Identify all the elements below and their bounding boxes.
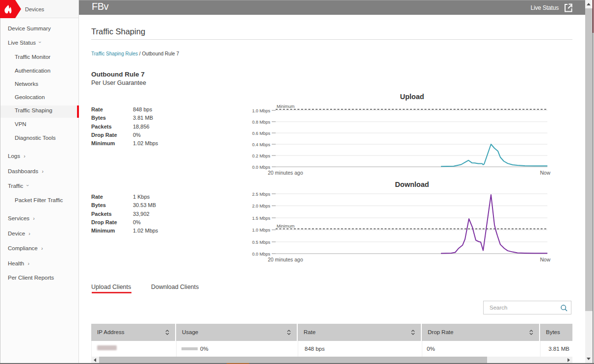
svg-text:Minimum: Minimum	[277, 104, 295, 109]
svg-text:0.5 Mbps: 0.5 Mbps	[252, 240, 271, 245]
svg-text:1.0 Mbps: 1.0 Mbps	[252, 108, 271, 113]
svg-text:0.8 Mbps: 0.8 Mbps	[252, 120, 271, 125]
svg-text:Upload: Upload	[400, 93, 424, 101]
svg-text:Now: Now	[540, 170, 550, 176]
svg-text:20 minutes ago: 20 minutes ago	[268, 170, 303, 176]
svg-text:2.5 Mbps: 2.5 Mbps	[252, 192, 271, 197]
svg-text:0.2 Mbps: 0.2 Mbps	[252, 154, 271, 158]
svg-text:0.4 Mbps: 0.4 Mbps	[252, 142, 271, 147]
svg-text:0.0 Mbps: 0.0 Mbps	[252, 252, 271, 257]
svg-text:Download: Download	[395, 181, 429, 188]
svg-text:1.0 Mbps: 1.0 Mbps	[252, 228, 271, 233]
svg-text:20 minutes ago: 20 minutes ago	[268, 257, 303, 262]
svg-text:0.0 Mbps: 0.0 Mbps	[252, 165, 271, 170]
svg-text:1.5 Mbps: 1.5 Mbps	[252, 216, 271, 221]
svg-text:Now: Now	[540, 257, 550, 262]
svg-text:2.0 Mbps: 2.0 Mbps	[252, 204, 271, 208]
svg-text:0.6 Mbps: 0.6 Mbps	[252, 131, 271, 136]
svg-text:Minimum: Minimum	[277, 224, 295, 229]
